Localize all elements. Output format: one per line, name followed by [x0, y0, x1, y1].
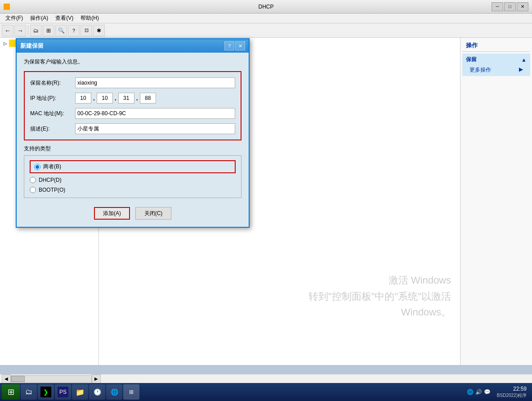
taskbar-files[interactable]: 📁 [72, 384, 88, 400]
dhcp-tree-icon [9, 40, 16, 47]
watermark-line1: 激活 Windows [308, 272, 451, 288]
name-field-row: 保留名称(R): [30, 77, 235, 88]
menu-actions[interactable]: 操作(A) [27, 14, 52, 23]
dialog-title: 新建保留 [20, 42, 44, 50]
menu-file[interactable]: 文件(F) [2, 14, 27, 23]
taskbar-clock: 22:59 BSD2022)程序 [493, 385, 530, 399]
watermark: 激活 Windows 转到"控制面板"中的"系统"以激活 Windows。 [308, 272, 451, 320]
folder-button[interactable]: 🗂 [30, 25, 42, 36]
window-controls: ─ □ ✕ [492, 2, 528, 11]
form-fields-box: 保留名称(R): IP 地址(P): . . . [24, 71, 241, 140]
dialog-title-bar: 新建保留 ? ✕ [17, 39, 249, 53]
clock-time: 22:59 [497, 385, 527, 393]
taskbar-powershell[interactable]: PS [55, 384, 71, 400]
ip-octet-4[interactable] [140, 93, 156, 104]
ip-octet-3[interactable] [118, 93, 134, 104]
expand-icon: ▷ [4, 41, 7, 46]
toolbar: ← → 🗂 ⊞ 🔍 ? ⊡ ✱ [0, 23, 532, 38]
ip-field-row: IP 地址(P): . . . [30, 93, 235, 104]
new-reservation-dialog: 新建保留 ? ✕ 为保留客户端输入信息。 保留名称(R): IP 地址(P): [16, 38, 250, 228]
minimize-button[interactable]: ─ [492, 2, 503, 11]
desc-label: 描述(E): [30, 125, 75, 133]
title-bar: DHCP ─ □ ✕ [0, 0, 532, 14]
radio-dhcp-input[interactable] [30, 177, 36, 183]
radio-both-row[interactable]: 两者(B) [30, 160, 236, 173]
radio-dhcp-label: DHCP(D) [39, 177, 62, 183]
actions-expand-arrow: ▲ [521, 57, 527, 63]
search-button[interactable]: 🔍 [55, 25, 67, 36]
desc-field-row: 描述(E): [30, 123, 235, 134]
taskbar-clock2[interactable]: 🕐 [89, 384, 105, 400]
toolbar-sep-1 [28, 26, 28, 36]
description-input[interactable] [75, 123, 235, 134]
help-button[interactable]: ? [68, 25, 80, 36]
scroll-thumb[interactable] [11, 376, 25, 382]
name-label: 保留名称(R): [30, 79, 75, 87]
clock-icon: 🕐 [94, 388, 101, 396]
ip-octet-1[interactable] [75, 93, 91, 104]
taskbar-globe[interactable]: 🌐 [106, 384, 122, 400]
ip-dot-2: . [115, 95, 116, 102]
system-tray: 🌐 🔊 💬 [465, 389, 492, 395]
dialog-help-button[interactable]: ? [224, 41, 234, 50]
globe-icon: 🌐 [111, 388, 118, 396]
watermark-line3: Windows。 [308, 304, 451, 320]
reservation-name-input[interactable] [75, 77, 235, 88]
taskbar-explorer[interactable]: 🗂 [21, 384, 37, 400]
more-actions-arrow: ▶ [519, 66, 523, 72]
radio-bootp-label: BOOTP(O) [39, 187, 65, 193]
start-button[interactable]: ⊞ [2, 384, 20, 400]
back-button[interactable]: ← [2, 25, 13, 36]
actions-section-title-text: 保留 [466, 56, 477, 63]
mac-field-row: MAC 地址(M): [30, 108, 235, 119]
radio-bootp-input[interactable] [30, 187, 36, 193]
close-dialog-button[interactable]: 关闭(C) [135, 207, 171, 220]
taskbar: ⊞ 🗂 ❯ PS 📁 🕐 🌐 ⊞ 🌐 🔊 💬 22:59 BSD2022)程序 [0, 383, 532, 401]
close-button[interactable]: ✕ [517, 2, 528, 11]
star-button[interactable]: ✱ [93, 25, 105, 36]
radio-dhcp-row[interactable]: DHCP(D) [30, 177, 236, 183]
menu-help[interactable]: 帮助(H) [77, 14, 103, 23]
windows-icon: ⊞ [8, 387, 14, 397]
actions-title: 操作 [462, 40, 530, 52]
left-scrollbar: ◀ ▶ [2, 374, 101, 383]
radio-bootp-row[interactable]: BOOTP(O) [30, 187, 236, 193]
dialog-title-controls: ? ✕ [224, 41, 245, 50]
add-button[interactable]: 添加(A) [94, 207, 130, 220]
ip-label: IP 地址(P): [30, 95, 75, 102]
dialog-close-title-button[interactable]: ✕ [235, 41, 245, 50]
more-actions-item[interactable]: 更多操作 ▶ [462, 65, 530, 75]
radio-both-label: 两者(B) [43, 163, 61, 171]
actions-section: 保留 ▲ 更多操作 ▶ [462, 54, 530, 76]
scroll-left[interactable]: ◀ [2, 374, 11, 383]
radio-options-box: 两者(B) DHCP(D) BOOTP(O) [24, 155, 241, 198]
grid-button[interactable]: ⊞ [43, 25, 54, 36]
tray-message: 💬 [484, 389, 491, 395]
radio-both-input[interactable] [34, 164, 40, 170]
mac-address-input[interactable] [75, 108, 235, 119]
ip-dot-1: . [93, 95, 95, 102]
forward-button[interactable]: → [14, 25, 26, 36]
terminal-icon: ❯ [40, 387, 51, 397]
clock-date: BSD2022)程序 [497, 392, 527, 399]
actions-section-header[interactable]: 保留 ▲ [462, 54, 530, 65]
ip-dot-3: . [136, 95, 138, 102]
taskbar-terminal[interactable]: ❯ [38, 384, 54, 400]
tray-speaker: 🔊 [475, 389, 482, 395]
scroll-track [11, 375, 92, 383]
more-actions-label: 更多操作 [469, 67, 491, 73]
app-icon [4, 4, 10, 10]
dialog-buttons: 添加(A) 关闭(C) [24, 203, 241, 221]
actions-panel: 操作 保留 ▲ 更多操作 ▶ [460, 38, 532, 365]
menu-view[interactable]: 查看(V) [52, 14, 77, 23]
dhcp-active-icon: ⊞ [129, 389, 134, 395]
menu-bar: 文件(F) 操作(A) 查看(V) 帮助(H) [0, 14, 532, 23]
ip-octet-2[interactable] [97, 93, 113, 104]
restore-button[interactable]: □ [504, 2, 516, 11]
scroll-right[interactable]: ▶ [92, 374, 101, 383]
scrollbar-area: ◀ ▶ [0, 374, 532, 383]
files-icon: 📁 [76, 388, 85, 396]
taskbar-dhcp-active[interactable]: ⊞ [123, 384, 139, 400]
window-title: DHCP [258, 4, 273, 10]
view-button[interactable]: ⊡ [80, 25, 92, 36]
